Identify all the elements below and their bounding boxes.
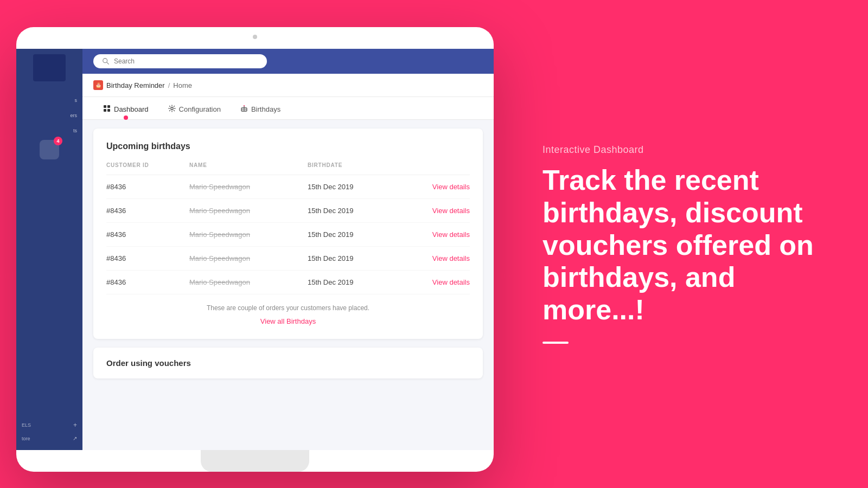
table-row: #8436 Mario Speedwagon 15th Dec 2019 Vie…	[106, 247, 470, 271]
order-vouchers-title: Order using vouchers	[106, 358, 470, 368]
tab-dashboard[interactable]: Dashboard	[93, 97, 158, 119]
sidebar-bottom-section: ELS + tore ↗	[16, 413, 82, 450]
breadcrumb-separator: /	[168, 81, 170, 89]
cell-action[interactable]: View details	[397, 199, 470, 223]
cell-name: Mario Speedwagon	[189, 247, 308, 271]
right-marketing-panel: Interactive Dashboard Track the recent b…	[499, 0, 868, 488]
sidebar-item-ers[interactable]: ers	[16, 107, 82, 123]
breadcrumb-bar: 🎂 Birthday Reminder / Home	[82, 74, 494, 97]
cell-customer-id: #8436	[106, 247, 189, 271]
svg-rect-3	[107, 105, 110, 108]
cell-customer-id: #8436	[106, 271, 189, 294]
tab-configuration-label: Configuration	[179, 105, 221, 113]
table-row: #8436 Mario Speedwagon 15th Dec 2019 Vie…	[106, 175, 470, 199]
dashboard-icon	[103, 105, 111, 114]
laptop-frame: s ers ts 4 ELS + t	[16, 27, 494, 472]
camera-dot	[253, 35, 257, 39]
table-row: #8436 Mario Speedwagon 15th Dec 2019 Vie…	[106, 271, 470, 294]
cell-customer-id: #8436	[106, 199, 189, 223]
birthday-app-icon: 🎂	[93, 80, 103, 90]
breadcrumb-home: Home	[173, 81, 192, 89]
marketing-headline: Track the recent birthdays, discount vou…	[542, 164, 825, 326]
sidebar-item-ts[interactable]: ts	[16, 123, 82, 138]
svg-line-1	[107, 62, 109, 65]
sidebar-item-store[interactable]: tore ↗	[22, 432, 77, 445]
cell-customer-id: #8436	[106, 223, 189, 247]
cell-name: Mario Speedwagon	[189, 223, 308, 247]
els-label: ELS	[22, 422, 31, 428]
cell-birthdate: 15th Dec 2019	[308, 175, 397, 199]
table-row: #8436 Mario Speedwagon 15th Dec 2019 Vie…	[106, 223, 470, 247]
birthday-table: CUSTOMER ID NAME BIRTHDATE #8436 Mario	[106, 162, 470, 294]
sidebar-logo	[33, 54, 66, 81]
sidebar-item-s[interactable]: s	[16, 92, 82, 107]
upcoming-birthdays-card: Upcoming birthdays CUSTOMER ID NAME BIRT…	[93, 129, 483, 339]
cell-customer-id: #8436	[106, 175, 189, 199]
sidebar-label-ts: ts	[73, 128, 77, 133]
table-footer: These are couple of orders your customer…	[106, 304, 470, 326]
store-label: tore	[22, 436, 30, 441]
col-customer-id: CUSTOMER ID	[106, 162, 189, 175]
sidebar: s ers ts 4 ELS + t	[16, 49, 82, 450]
dashboard-content: Upcoming birthdays CUSTOMER ID NAME BIRT…	[82, 120, 494, 387]
sidebar-badge[interactable]: 4	[40, 140, 59, 159]
svg-rect-5	[107, 109, 110, 112]
cell-birthdate: 15th Dec 2019	[308, 223, 397, 247]
cell-name: Mario Speedwagon	[189, 271, 308, 294]
svg-rect-2	[104, 105, 106, 108]
cell-name: Mario Speedwagon	[189, 199, 308, 223]
tab-birthdays[interactable]: Birthdays	[231, 97, 290, 119]
tab-configuration[interactable]: Configuration	[158, 97, 231, 119]
plus-icon: +	[73, 421, 77, 429]
external-link-icon: ↗	[73, 435, 77, 441]
view-all-birthdays-link[interactable]: View all Birthdays	[260, 317, 316, 325]
svg-point-11	[244, 105, 245, 106]
upcoming-birthdays-title: Upcoming birthdays	[106, 142, 470, 151]
content-area: 🎂 Birthday Reminder / Home	[82, 74, 494, 450]
cell-birthdate: 15th Dec 2019	[308, 247, 397, 271]
col-name: NAME	[189, 162, 308, 175]
marketing-subtitle: Interactive Dashboard	[542, 144, 825, 156]
order-vouchers-card: Order using vouchers	[93, 348, 483, 378]
tab-birthdays-label: Birthdays	[251, 105, 280, 113]
sidebar-item-els[interactable]: ELS +	[22, 418, 77, 432]
sidebar-label-ers: ers	[70, 113, 77, 118]
screen: s ers ts 4 ELS + t	[16, 49, 494, 450]
svg-point-6	[170, 107, 173, 110]
cell-action[interactable]: View details	[397, 223, 470, 247]
col-birthdate: BIRTHDATE	[308, 162, 397, 175]
search-wrapper[interactable]	[93, 54, 267, 68]
cell-birthdate: 15th Dec 2019	[308, 271, 397, 294]
cell-action[interactable]: View details	[397, 175, 470, 199]
nav-tabs: Dashboard Configuration	[82, 97, 494, 120]
laptop-stand	[201, 450, 309, 472]
search-icon	[102, 57, 110, 65]
gear-icon	[168, 105, 176, 114]
tab-dashboard-label: Dashboard	[114, 105, 149, 113]
accent-line	[542, 342, 569, 344]
search-input[interactable]	[114, 57, 258, 65]
badge-count: 4	[54, 137, 62, 145]
cake-icon	[240, 105, 248, 114]
app-name: Birthday Reminder	[106, 81, 165, 89]
cell-name: Mario Speedwagon	[189, 175, 308, 199]
cell-action[interactable]: View details	[397, 271, 470, 294]
cell-action[interactable]: View details	[397, 247, 470, 271]
col-action	[397, 162, 470, 175]
topbar	[82, 49, 494, 74]
sidebar-label-s: s	[75, 98, 78, 103]
mockup-wrapper: s ers ts 4 ELS + t	[0, 0, 510, 488]
svg-rect-4	[104, 109, 106, 112]
cell-birthdate: 15th Dec 2019	[308, 199, 397, 223]
footer-text: These are couple of orders your customer…	[106, 304, 470, 312]
table-row: #8436 Mario Speedwagon 15th Dec 2019 Vie…	[106, 199, 470, 223]
main-content: 🎂 Birthday Reminder / Home	[82, 49, 494, 450]
